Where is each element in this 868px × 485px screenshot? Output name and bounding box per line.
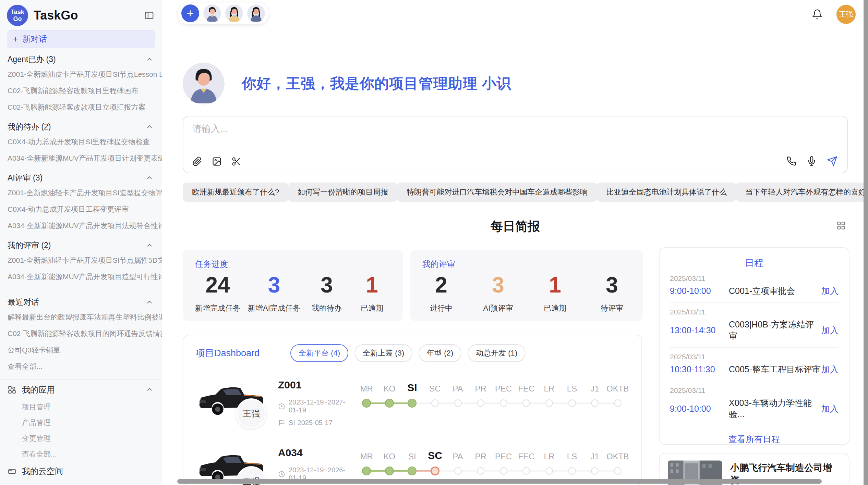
milestone-labels: MRKOSISCPAPRPECFECLRLSJ1OKTB — [355, 378, 629, 394]
plus-icon: + — [13, 34, 18, 44]
assistant-avatar — [183, 63, 225, 104]
schedule-time: 9:00-10:00 — [670, 404, 729, 414]
join-meeting-link[interactable]: 加入 — [821, 285, 839, 297]
schedule-item-main: 9:00-10:00C001-立项审批会加入 — [670, 285, 839, 297]
join-meeting-link[interactable]: 加入 — [821, 364, 839, 375]
my-apps-subitem[interactable]: 查看全部... — [0, 446, 162, 462]
sidebar-item-my-apps[interactable]: 我的应用 — [0, 381, 162, 399]
sidebar-item[interactable]: Z001-全新燃油轻卡产品开发项目SI节点属性5D文件评审 — [0, 252, 162, 269]
project-flag-label: SI-2025-05-17 — [289, 419, 333, 427]
recent-chat-item[interactable]: 查看全部... — [0, 358, 162, 375]
chevron-up-icon[interactable] — [145, 174, 154, 182]
stat-value: 3 — [248, 272, 300, 298]
milestone-dot-done — [362, 467, 371, 475]
my-apps-subitem[interactable]: 变更管理 — [0, 431, 162, 446]
sidebar-item[interactable]: C02-飞腾新能源轻客改款项目里程碑画布 — [0, 83, 162, 99]
stat-label: 待评审 — [593, 303, 631, 313]
flag-icon — [278, 419, 285, 426]
dashboard-tab[interactable]: 年型 (2) — [419, 344, 461, 362]
chat-input-card — [183, 116, 848, 173]
stat: 3待评审 — [593, 272, 631, 313]
sidebar: Task Go TaskGo + 新对话 Agent已办 (3)Z001-全新燃… — [0, 0, 162, 485]
milestone-dot-pending — [477, 467, 484, 475]
milestone-label: PEC — [492, 446, 515, 461]
dashboard-tab[interactable]: 全新平台 (4) — [290, 344, 348, 362]
chevron-up-icon[interactable] — [145, 55, 154, 64]
schedule-divider — [670, 347, 839, 348]
schedule-time: 13:00-14:30 — [670, 325, 729, 335]
horizontal-scrollbar[interactable] — [177, 479, 822, 484]
suggestion-chip[interactable]: 比亚迪全固态电池计划具体说了什么 — [597, 183, 736, 202]
join-meeting-link[interactable]: 加入 — [821, 325, 839, 336]
sidebar-divider — [0, 380, 162, 380]
my-apps-subitem[interactable]: 产品管理 — [0, 415, 162, 431]
assistant-greeting-block: 你好，王强，我是你的项目管理助理 小识 — [183, 63, 848, 104]
voice-call-icon[interactable] — [786, 156, 796, 166]
stat: 24新增完成任务 — [195, 272, 240, 313]
suggestion-chip[interactable]: 欧洲新规最近颁布了什么? — [183, 183, 288, 202]
sidebar-item[interactable]: Z001-全新燃油皮卡产品开发项目SI节点Lesson Learn报告 — [0, 66, 162, 83]
project-dashboard-card: 项目Dashboard 全新平台 (4)全新上装 (3)年型 (2)动总开发 (… — [183, 335, 642, 485]
suggestion-chip[interactable]: 当下年轻人对汽车外观有怎样的喜好趋势 — [736, 183, 868, 202]
sidebar-item-cloud-space[interactable]: 我的云空间 — [0, 462, 162, 481]
microphone-icon[interactable] — [807, 156, 817, 166]
dashboard-tab[interactable]: 全新上装 (3) — [354, 344, 412, 362]
my-apps-subitem[interactable]: 项目管理 — [0, 399, 162, 415]
suggestion-chip[interactable]: 如何写一份清晰的项目周报 — [288, 183, 397, 202]
dashboard-tab[interactable]: 动总开发 (1) — [468, 344, 526, 362]
send-icon[interactable] — [827, 156, 837, 166]
clock-icon — [278, 403, 285, 410]
attachment-icon[interactable] — [192, 157, 202, 166]
stat: 1已逾期 — [353, 272, 391, 313]
recent-chat-item[interactable]: 公司Q3轻卡销量 — [0, 342, 162, 358]
recent-chat-item[interactable]: C02-飞腾新能源轻客改款项目的闭环通告反馈情况 — [0, 325, 162, 342]
daily-briefing-header: 每日简报 — [183, 218, 848, 235]
chevron-up-icon[interactable] — [145, 298, 154, 307]
chevron-up-icon[interactable] — [145, 241, 154, 250]
stat-value: 1 — [536, 272, 574, 298]
milestone-dot-done — [408, 467, 417, 475]
sidebar-item[interactable]: C0X4-动力总成开发项目工程变更评审 — [0, 201, 162, 217]
sidebar-item[interactable]: A034-全新新能源MUV产品开发项目造型可行性评审 — [0, 269, 162, 285]
milestone-label: MR — [355, 446, 378, 461]
new-chat-button[interactable]: + 新对话 — [7, 30, 155, 48]
project-flag: SI-2025-05-17 — [278, 419, 355, 427]
sidebar-item[interactable]: C02-飞腾新能源轻客改款项目立项汇报方案 — [0, 99, 162, 115]
join-meeting-link[interactable]: 加入 — [821, 403, 839, 414]
sidebar-item[interactable]: Z001-全新燃油轻卡产品开发项目SI造型提交物评审 — [0, 185, 162, 201]
project-car-image: 王强 — [196, 378, 278, 430]
milestone-label: SC — [424, 446, 447, 461]
sidebar-item[interactable]: A034-全新新能源MUV产品开发项目计划变更表编写 — [0, 150, 162, 166]
screenshot-scissors-icon[interactable] — [231, 157, 241, 166]
stat: 2进行中 — [422, 272, 460, 313]
sidebar-item-label: 我的云空间 — [22, 466, 154, 477]
milestone-dot-pending — [591, 399, 599, 407]
milestone-label: J1 — [583, 446, 606, 461]
schedule-date: 2025/03/11 — [670, 308, 839, 316]
chevron-up-icon[interactable] — [145, 386, 154, 394]
schedule-time: 10:30-11:30 — [670, 364, 729, 374]
milestone-label: PR — [469, 446, 492, 461]
image-upload-icon[interactable] — [212, 157, 222, 166]
sidebar-section-title: 我的待办 (2) — [0, 115, 162, 134]
cloud-space-icon — [8, 467, 16, 476]
schedule-item-main: 10:30-11:30C005-整车工程目标评审加入 — [670, 364, 839, 375]
sidebar-item[interactable]: A034-全新新能源MUV产品开发项目法规符合性评审 — [0, 217, 162, 234]
schedule-item: 2025/03/1113:00-14:30C003|H0B-方案冻结评审加入 — [670, 308, 839, 341]
milestone-dot-pending — [454, 399, 462, 407]
sidebar-collapse-icon[interactable] — [144, 10, 154, 21]
sidebar-item[interactable]: C0X4-动力总成开发项目SI里程碑提交物检查 — [0, 134, 162, 150]
layout-grid-icon[interactable] — [836, 221, 846, 230]
project-dates: 2023-12-19~2027-01-19 — [278, 398, 355, 414]
sidebar-item-favorites[interactable]: 我的收藏 — [0, 481, 162, 485]
chevron-up-icon[interactable] — [145, 123, 154, 131]
chat-input[interactable] — [192, 123, 707, 147]
vertical-scrollbar[interactable] — [864, 0, 868, 485]
schedule-divider — [670, 302, 839, 303]
recent-chat-item[interactable]: 解释最新出台的欧盟报废车法规再生塑料比例被调至15%... — [0, 309, 162, 325]
schedule-divider — [670, 426, 839, 426]
milestone-dot-pending — [500, 399, 507, 407]
view-all-schedule-link[interactable]: 查看所有日程 — [670, 434, 839, 445]
milestone-dot-pending — [545, 467, 553, 475]
suggestion-chip[interactable]: 特朗普可能对进口汽车增税会对中国车企造成哪些影响 — [397, 183, 597, 202]
